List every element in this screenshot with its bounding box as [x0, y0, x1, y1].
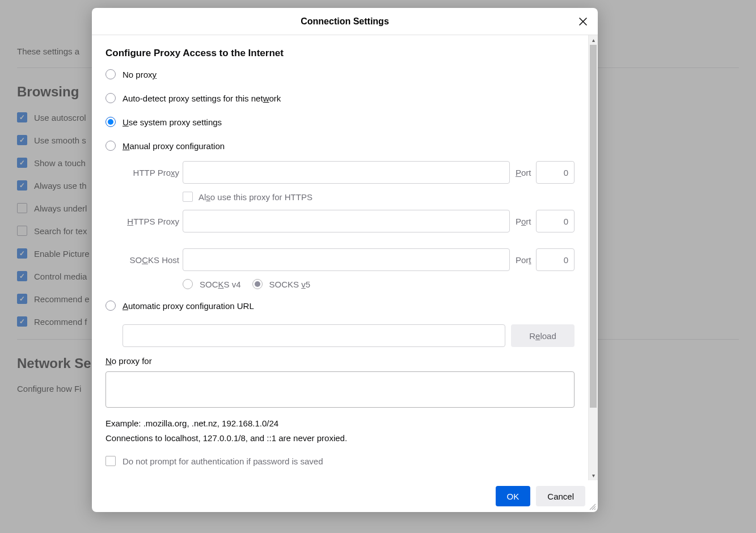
- auto-config-url-row: Reload: [123, 324, 575, 347]
- socks-port-label: Port: [513, 255, 533, 265]
- cancel-button[interactable]: Cancel: [536, 486, 585, 506]
- no-proxy-for-textarea[interactable]: [105, 371, 575, 408]
- https-proxy-row: HTTPS Proxy Port: [123, 210, 575, 232]
- radio-auto-config-url[interactable]: Automatic proxy configuration URL: [105, 301, 575, 311]
- http-port-label: Port: [513, 168, 533, 177]
- radio-label: Use system proxy settings: [123, 117, 222, 127]
- vertical-scrollbar[interactable]: ▴ ▾: [588, 35, 598, 480]
- http-port-input[interactable]: [536, 161, 575, 184]
- reload-button[interactable]: Reload: [511, 324, 575, 347]
- radio-icon: [105, 301, 116, 311]
- radio-icon: [105, 117, 116, 127]
- do-not-prompt-row[interactable]: Do not prompt for authentication if pass…: [105, 455, 575, 467]
- radio-label: SOCKS v4: [200, 280, 241, 289]
- radio-label: Auto-detect proxy settings for this netw…: [123, 94, 281, 103]
- dialog-body: Configure Proxy Access to the Internet N…: [92, 35, 588, 480]
- example-line: Example: .mozilla.org, .net.nz, 192.168.…: [105, 416, 575, 431]
- radio-icon: [105, 141, 116, 151]
- http-proxy-label: HTTP Proxy: [123, 168, 179, 177]
- radio-icon: [105, 69, 116, 79]
- socks-host-label: SOCKS Host: [123, 255, 179, 265]
- dialog-footer: OK Cancel: [92, 480, 598, 512]
- dialog-header: Connection Settings: [92, 8, 598, 35]
- no-proxy-for-label: No proxy for: [105, 356, 575, 366]
- https-port-label: Port: [513, 217, 533, 226]
- https-proxy-input[interactable]: [183, 210, 510, 232]
- radio-icon: [252, 279, 263, 289]
- close-icon: [578, 17, 588, 26]
- ok-button[interactable]: OK: [496, 486, 531, 506]
- radio-icon: [105, 93, 116, 103]
- radio-auto-detect[interactable]: Auto-detect proxy settings for this netw…: [105, 93, 575, 103]
- radio-label: Manual proxy configuration: [123, 141, 225, 151]
- scrollbar-thumb[interactable]: [590, 45, 597, 408]
- never-proxied-line: Connections to localhost, 127.0.0.1/8, a…: [105, 431, 575, 446]
- radio-socks-v5[interactable]: SOCKS v5: [252, 279, 311, 289]
- dialog-title: Connection Settings: [301, 16, 389, 27]
- example-text: Example: .mozilla.org, .net.nz, 192.168.…: [105, 416, 575, 445]
- auto-config-url-input[interactable]: [123, 324, 505, 347]
- radio-label: No proxy: [123, 70, 157, 79]
- close-button[interactable]: [575, 14, 591, 29]
- radio-manual-proxy[interactable]: Manual proxy configuration: [105, 141, 575, 151]
- checkbox-icon: [105, 456, 116, 466]
- socks-version-row: SOCKS v4 SOCKS v5: [183, 279, 575, 289]
- scroll-up-arrow-icon[interactable]: ▴: [589, 35, 598, 45]
- radio-system-proxy[interactable]: Use system proxy settings: [105, 117, 575, 127]
- section-heading: Configure Proxy Access to the Internet: [105, 48, 575, 59]
- radio-label: Automatic proxy configuration URL: [123, 301, 254, 311]
- do-not-prompt-label: Do not prompt for authentication if pass…: [123, 456, 323, 466]
- https-proxy-label: HTTPS Proxy: [123, 217, 179, 226]
- socks-host-row: SOCKS Host Port: [123, 248, 575, 271]
- https-port-input[interactable]: [536, 210, 575, 232]
- radio-socks-v4[interactable]: SOCKS v4: [183, 279, 241, 289]
- radio-no-proxy[interactable]: No proxy: [105, 69, 575, 79]
- also-use-label: Also use this proxy for HTTPS: [198, 192, 312, 202]
- manual-proxy-group: HTTP Proxy Port Also use this proxy for …: [123, 161, 575, 289]
- http-proxy-row: HTTP Proxy Port: [123, 161, 575, 184]
- scroll-down-arrow-icon[interactable]: ▾: [589, 471, 598, 480]
- checkbox-icon: [183, 192, 193, 202]
- socks-host-input[interactable]: [183, 248, 510, 271]
- radio-label: SOCKS v5: [269, 280, 311, 289]
- http-proxy-input[interactable]: [183, 161, 510, 184]
- socks-port-input[interactable]: [536, 248, 575, 271]
- connection-settings-dialog: Connection Settings Configure Proxy Acce…: [92, 8, 598, 512]
- radio-icon: [183, 279, 193, 289]
- resize-grip-icon[interactable]: [588, 502, 596, 510]
- also-use-row[interactable]: Also use this proxy for HTTPS: [183, 192, 575, 202]
